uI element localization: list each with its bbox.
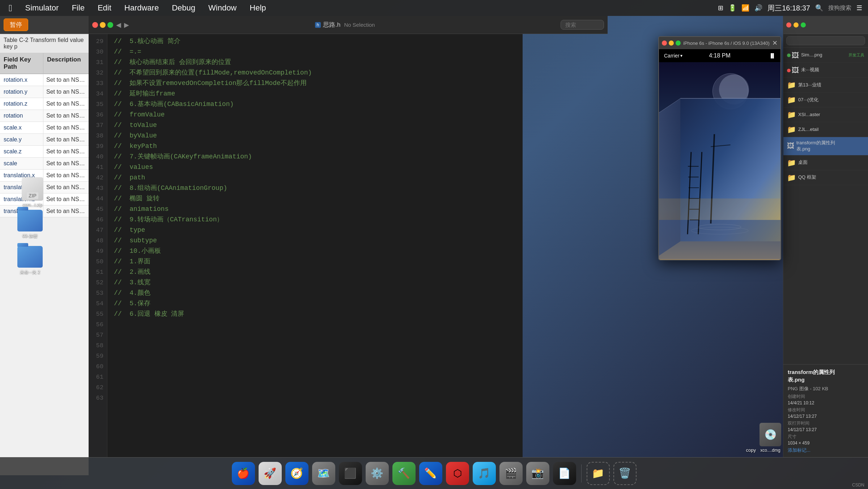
menu-hardware[interactable]: Hardware <box>122 3 162 13</box>
line-number: 60 <box>89 361 103 372</box>
line-number: 55 <box>89 309 103 319</box>
sim-close-x[interactable]: ✕ <box>772 39 778 47</box>
dock-acrobat[interactable]: 📄 <box>553 462 576 485</box>
nav-forward[interactable]: ▶ <box>124 21 129 29</box>
file-item-label: ZJL...etail <box>798 127 864 133</box>
preview-modified-label: 修改时间 <box>788 407 864 413</box>
add-tag-button[interactable]: 添加标记... <box>788 447 864 454</box>
menu-edit[interactable]: Edit <box>95 3 114 13</box>
finder-maximize[interactable] <box>801 22 806 27</box>
line-numbers: 2930313233343536373839404142434445464748… <box>89 34 107 457</box>
line-number: 31 <box>89 57 103 68</box>
file-list-item[interactable]: 📁桌面 <box>783 156 868 170</box>
dmg-desktop[interactable]: 💿 xco....dmg <box>760 423 781 453</box>
dock-downloads[interactable]: 📁 <box>587 462 610 485</box>
window-controls <box>92 22 113 28</box>
dock-safari[interactable]: 🧭 <box>285 462 309 485</box>
file-icon: 🖼 <box>787 142 794 150</box>
file-item-label: 未···视频 <box>801 67 864 73</box>
minimize-btn[interactable] <box>100 22 106 28</box>
code-search-input[interactable] <box>561 20 604 30</box>
menu-debug[interactable]: Debug <box>169 3 198 13</box>
movie-icon: 🎬 <box>505 467 517 479</box>
dock-screenshot[interactable]: 📸 <box>526 462 549 485</box>
selection-status: No Selection <box>344 22 375 28</box>
file-list-item[interactable]: 🖼Sim....png开发工具 <box>783 48 868 63</box>
file-list-item[interactable]: 🖼transform的属性列 表.png <box>783 137 868 156</box>
cell-key: scale <box>0 158 43 169</box>
dmg-icon: 💿 <box>764 429 777 441</box>
dock-launchpad[interactable]: 🚀 <box>259 462 282 485</box>
dock-xcode[interactable]: 🔨 <box>392 462 416 485</box>
file-list-item[interactable]: 📁07···(优化 <box>783 93 868 107</box>
apple-menu[interactable]:  <box>6 3 15 14</box>
menu-file[interactable]: File <box>69 3 87 13</box>
sim-minimize[interactable] <box>669 41 674 46</box>
dock-music[interactable]: 🎵 <box>473 462 496 485</box>
nav-back[interactable]: ◀ <box>116 21 121 29</box>
menu-icon[interactable]: ☰ <box>856 4 862 12</box>
folder2-desktop[interactable]: 未命···夹 2 <box>17 246 43 275</box>
line-number: 61 <box>89 372 103 382</box>
search-icon[interactable]: 🔍 <box>815 4 823 12</box>
dock-trash[interactable]: 🗑️ <box>613 462 637 485</box>
dock-sketch[interactable]: ✏️ <box>419 462 442 485</box>
folder1-desktop[interactable]: 03-加密 <box>17 210 43 239</box>
zip-label: com...t.zip <box>23 202 43 207</box>
finder-search[interactable] <box>786 36 865 45</box>
table-row: scale.x Set to an NSNumber... <box>0 122 89 134</box>
dock-movie[interactable]: 🎬 <box>499 462 523 485</box>
dock-separator <box>581 464 582 482</box>
table-title: Table C-2 Transform field value key p <box>0 34 89 53</box>
menu-window[interactable]: Window <box>205 3 239 13</box>
code-line: // 7.关键帧动画(CAKeyframeAnimation) <box>114 152 523 162</box>
dock-maps[interactable]: 🗺️ <box>312 462 335 485</box>
preview-dims: 1034 × 459 <box>788 441 864 446</box>
line-number: 46 <box>89 214 103 225</box>
sim-close[interactable] <box>662 41 667 46</box>
finder-close[interactable] <box>786 22 791 27</box>
line-number: 48 <box>89 235 103 246</box>
menu-simulator[interactable]: Simulator <box>22 3 62 13</box>
menu-help[interactable]: Help <box>247 3 269 13</box>
code-line: // 4.颜色 <box>114 288 523 298</box>
cell-key: rotation.x <box>0 74 43 86</box>
file-list-item[interactable]: 📁QQ 框架 <box>783 170 868 185</box>
maximize-btn[interactable] <box>107 22 113 28</box>
preview-modified: 14/12/17 13:27 <box>788 414 864 419</box>
code-line: // 不希望回到原来的位置(fillMode,removedOnCompleti… <box>114 68 523 78</box>
launchpad-icon: 🚀 <box>264 467 276 479</box>
folder-icon: 📁 <box>787 173 796 182</box>
dock-terminal[interactable]: ⬛ <box>339 462 362 485</box>
sim-maximize[interactable] <box>676 41 681 46</box>
preview-opened: 14/12/17 13:27 <box>788 427 864 432</box>
folder1-label: 03-加密 <box>22 233 37 239</box>
code-line: // animations <box>114 204 523 214</box>
code-text[interactable]: // 5.核心动画 简介// =.=// 核心动画结束后 会回到原来的位置// … <box>107 34 523 457</box>
dock-finder[interactable]: 🍎 <box>232 462 255 485</box>
dock-app1[interactable]: ⬡ <box>446 462 469 485</box>
stop-button[interactable]: 暂停 <box>4 18 28 31</box>
finder-titlebar <box>783 16 868 34</box>
dock-settings[interactable]: ⚙️ <box>366 462 389 485</box>
finder-minimize[interactable] <box>793 22 799 27</box>
code-line: // =.= <box>114 47 523 57</box>
downloads-icon: 📁 <box>592 467 604 479</box>
phone-scene <box>659 62 780 260</box>
file-type-badge: h <box>315 22 321 28</box>
carrier-label: Carrier <box>664 53 680 59</box>
table-row: scale.y Set to an NSNumber... <box>0 134 89 146</box>
table-panel: Table C-2 Transform field value key p Fi… <box>0 34 89 475</box>
close-btn[interactable] <box>92 22 98 28</box>
file-list-item[interactable]: 🖼未···视频 <box>783 63 868 78</box>
file-list-item[interactable]: 📁第13···业绩 <box>783 78 868 93</box>
file-list-item[interactable]: 📁ZJL...etail <box>783 122 868 137</box>
line-number: 35 <box>89 99 103 110</box>
safari-icon: 🧭 <box>290 467 303 479</box>
file-item-label: QQ 框架 <box>798 174 864 180</box>
xcode-icon: 🔨 <box>397 467 410 479</box>
table-row: translation.z Set to an NSNumber... <box>0 194 89 205</box>
file-list-item[interactable]: 📁XSI...aster <box>783 107 868 122</box>
zip-desktop-item[interactable]: ZIP com...t.zip <box>22 177 43 207</box>
preview-opened-label: 双打开时间 <box>788 420 864 426</box>
